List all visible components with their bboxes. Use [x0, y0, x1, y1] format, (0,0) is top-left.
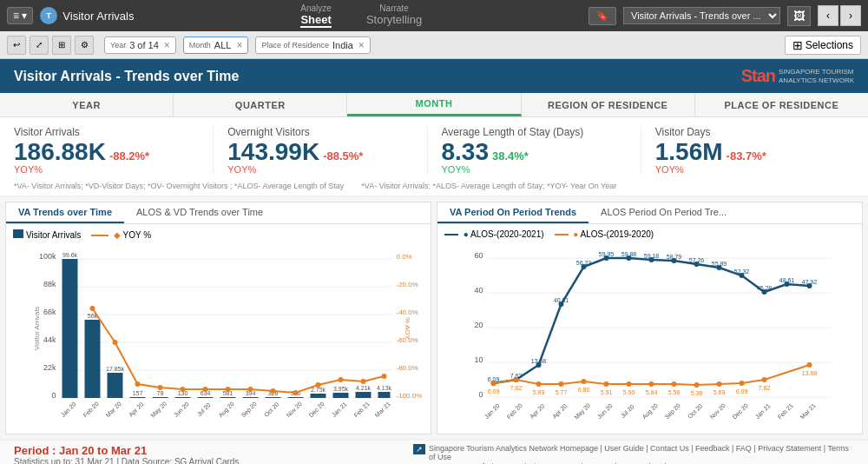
svg-text:Sep 20: Sep 20	[663, 402, 681, 421]
svg-rect-19	[130, 397, 146, 398]
kpi-visitor-arrivals: Visitor Arrivals 186.88K-88.2%* YOY%	[14, 126, 214, 175]
svg-point-56	[382, 374, 387, 379]
dashboard-select[interactable]: Visitor Arrivals - Trends over ...	[623, 7, 780, 24]
svg-point-49	[226, 387, 231, 392]
svg-rect-13	[62, 259, 78, 398]
svg-point-112	[672, 258, 677, 263]
svg-text:Jan 20: Jan 20	[60, 401, 77, 418]
sheet-label: Sheet	[300, 13, 331, 28]
svg-text:6.09: 6.09	[736, 388, 748, 394]
footer-right: ↗ Singapore Tourism Analytics Network Ho…	[413, 444, 854, 464]
svg-text:-80.0%: -80.0%	[397, 364, 418, 372]
month-close-icon[interactable]: ×	[236, 39, 242, 51]
tab-month[interactable]: MONTH	[347, 93, 521, 116]
tab-quarter[interactable]: QUARTER	[174, 93, 347, 116]
external-link-icon[interactable]: ↗	[413, 444, 425, 454]
settings-icon[interactable]: ⚙	[75, 36, 94, 55]
tab-va-period[interactable]: VA Period On Period Trends	[437, 202, 589, 223]
chart-left-tabs: VA Trends over Time ALOS & VD Trends ove…	[6, 202, 431, 224]
place-close-icon[interactable]: ×	[358, 39, 365, 51]
svg-text:Nov 20: Nov 20	[708, 402, 727, 421]
kpi-vd-label: Visitor Days	[655, 126, 840, 138]
svg-point-131	[762, 377, 767, 382]
grid-icon[interactable]: ⊞	[52, 36, 71, 55]
svg-point-107	[559, 302, 564, 307]
grid-selections-icon: ⊞	[792, 38, 803, 52]
svg-text:Aug 20: Aug 20	[641, 402, 659, 421]
place-pill-value: India	[332, 40, 353, 50]
svg-rect-29	[243, 397, 259, 398]
tab-alos-vd-trends[interactable]: ALOS & VD Trends over Time	[124, 202, 275, 223]
undo-icon[interactable]: ↩	[7, 36, 26, 55]
svg-text:17.85k: 17.85k	[106, 366, 125, 372]
forward-button[interactable]: ›	[840, 5, 861, 26]
tab-region[interactable]: REGION OF RESIDENCE	[522, 93, 695, 116]
svg-text:79: 79	[157, 390, 164, 396]
svg-text:20: 20	[474, 321, 483, 329]
stan-logo-subtitle: SINGAPORE TOURISMANALYTICS NETWORK	[779, 68, 854, 84]
svg-text:4.13k: 4.13k	[377, 385, 392, 391]
narrate-tab[interactable]: Narrate Storytelling	[349, 3, 439, 28]
svg-text:99.6k: 99.6k	[62, 252, 78, 258]
tab-year[interactable]: YEAR	[0, 93, 174, 116]
month-pill-label: Month	[189, 41, 211, 50]
filter-year[interactable]: Year 3 of 14 ×	[104, 36, 176, 54]
kpi-note-right: *VA- Visitor Arrivals; *ALOS- Average Le…	[361, 182, 616, 190]
selections-button[interactable]: ⊞ Selections	[785, 36, 861, 55]
svg-point-118	[807, 283, 812, 288]
svg-text:44k: 44k	[43, 335, 56, 344]
filter-tabs: YEAR QUARTER MONTH REGION OF RESIDENCE P…	[0, 93, 868, 117]
svg-point-47	[181, 387, 186, 392]
tab-place[interactable]: PLACE OF RESIDENCE	[695, 93, 868, 116]
svg-text:Visitor Arrivals: Visitor Arrivals	[33, 307, 41, 351]
footer-left: Period : Jan 20 to Mar 21 Statistics up …	[14, 444, 413, 464]
svg-text:88k: 88k	[43, 280, 56, 288]
svg-rect-39	[356, 392, 372, 398]
footer-links: Singapore Tourism Analytics Network Home…	[429, 444, 854, 461]
analyze-tab[interactable]: Analyze Sheet	[283, 3, 349, 28]
svg-point-116	[762, 289, 767, 295]
svg-rect-41	[378, 392, 391, 398]
svg-text:13.68: 13.68	[802, 370, 818, 376]
selections-label: Selections	[806, 39, 853, 51]
svg-text:-100.0%: -100.0%	[397, 392, 423, 400]
svg-point-122	[559, 381, 564, 387]
kpi-va-yoy: YOY%	[14, 164, 199, 175]
kpi-row: Visitor Arrivals 186.88K-88.2%* YOY% Ove…	[14, 126, 854, 175]
back-button[interactable]: ‹	[818, 5, 838, 26]
svg-text:0: 0	[51, 391, 56, 400]
svg-point-52	[293, 390, 299, 395]
kpi-ov-yoy: YOY%	[227, 164, 412, 175]
svg-rect-31	[266, 397, 281, 398]
svg-point-109	[604, 255, 609, 261]
legend-va: Visitor Arrivals	[13, 229, 81, 240]
year-close-icon[interactable]: ×	[164, 39, 170, 51]
svg-text:Oct 20: Oct 20	[263, 401, 280, 418]
kpi-vd-value: 1.56M-83.7%*	[655, 140, 840, 164]
chart-right-body: ● ALOS-(2020-2021) ● ALOS-(2019-2020) 60…	[437, 224, 862, 434]
svg-text:Jul 20: Jul 20	[196, 401, 212, 417]
filter-month[interactable]: Month ALL ×	[183, 36, 249, 54]
svg-text:Dec 20: Dec 20	[731, 402, 749, 421]
expand-icon[interactable]: ⤢	[30, 36, 49, 55]
svg-rect-27	[220, 397, 236, 398]
tab-va-trends[interactable]: VA Trends over Time	[6, 202, 124, 223]
svg-text:Mar 21: Mar 21	[374, 401, 391, 418]
bookmark-button[interactable]: 🔖	[589, 7, 616, 25]
svg-text:Jun 20: Jun 20	[173, 401, 190, 418]
bottom-footer: Period : Jan 20 to Mar 21 Statistics up …	[0, 440, 868, 464]
svg-point-126	[649, 381, 654, 387]
svg-text:0: 0	[478, 390, 483, 399]
svg-rect-21	[153, 397, 168, 398]
menu-button[interactable]: ≡ ▾	[7, 7, 33, 24]
svg-point-132	[807, 362, 812, 368]
export-button[interactable]: 🖼	[787, 6, 811, 26]
svg-text:% AOY: % AOY	[404, 317, 411, 340]
chart-left-body: Visitor Arrivals ◆ YOY % 100k 88k 66k 44…	[6, 224, 431, 434]
svg-text:Jan 20: Jan 20	[483, 402, 501, 420]
tab-alos-period[interactable]: ALOS Period On Period Tre...	[589, 202, 739, 223]
filter-place[interactable]: Place of Residence India ×	[255, 36, 370, 54]
app-name: Visitor Arrivals	[62, 10, 134, 23]
svg-text:5.38: 5.38	[691, 390, 703, 396]
svg-text:60: 60	[474, 251, 483, 260]
